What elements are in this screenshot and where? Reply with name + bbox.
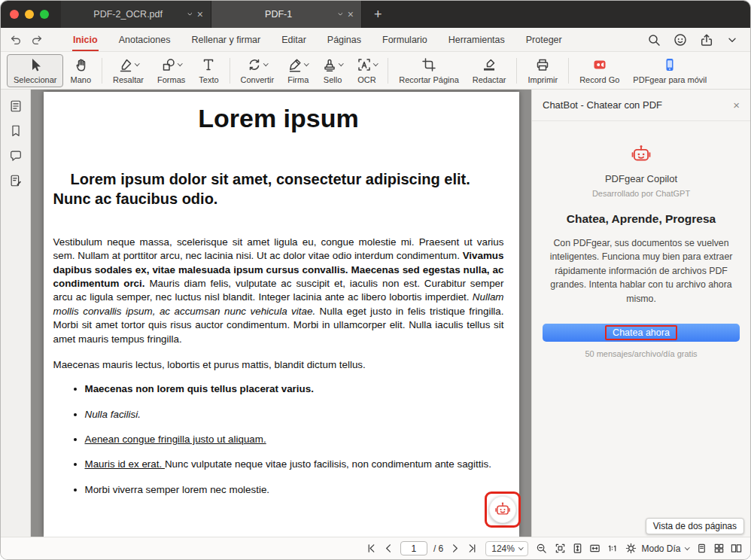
crop-icon — [421, 57, 436, 72]
tool-convertir[interactable]: Convertir — [234, 54, 281, 87]
page-thumbnails-icon[interactable] — [9, 99, 23, 113]
chat-now-button[interactable]: Chatea ahora — [543, 324, 740, 342]
chevron-down-icon[interactable] — [339, 61, 343, 65]
tool-seleccionar[interactable]: Seleccionar — [7, 54, 63, 87]
chevron-down-icon[interactable] — [305, 61, 309, 65]
tool-formas[interactable]: Formas — [151, 54, 192, 87]
share-icon[interactable] — [700, 33, 713, 47]
chevron-down-icon[interactable] — [338, 11, 342, 15]
document-tab-pdf1[interactable]: PDF-1 × — [211, 1, 362, 28]
zoom-icon[interactable] — [536, 543, 547, 554]
chevron-down-icon[interactable] — [726, 34, 738, 46]
redact-icon — [482, 57, 497, 72]
document-paragraph: Maecenas mauris lectus, lobortis et puru… — [53, 358, 504, 372]
ribbon-right-actions — [647, 33, 741, 47]
close-panel-icon[interactable]: × — [733, 99, 740, 111]
ribbon-tab-editar[interactable]: Editar — [271, 28, 317, 51]
previous-page-icon[interactable] — [383, 543, 394, 554]
page-number-input[interactable] — [400, 541, 427, 555]
chevron-down-icon[interactable] — [135, 61, 139, 65]
hand-icon — [73, 57, 88, 72]
first-page-icon[interactable] — [366, 543, 377, 554]
window-controls — [1, 1, 61, 28]
view-mode-dropdown[interactable]: Modo Día — [625, 543, 689, 554]
cursor-icon — [28, 57, 43, 72]
ribbon-tab-formulario[interactable]: Formulario — [372, 28, 438, 51]
chevron-down-icon[interactable] — [263, 61, 268, 65]
text-icon — [201, 57, 216, 72]
zoom-dropdown[interactable]: 124% — [485, 541, 528, 556]
ribbon-tab-paginas[interactable]: Páginas — [317, 28, 372, 51]
close-tab-icon[interactable]: × — [348, 9, 354, 20]
chevron-down-icon — [518, 545, 523, 549]
chatbot-floating-button[interactable] — [489, 496, 516, 523]
tool-mano[interactable]: Mano — [63, 54, 98, 87]
ribbon-tab-proteger[interactable]: Proteger — [515, 28, 573, 51]
tool-redactar[interactable]: Redactar — [466, 54, 513, 87]
next-page-icon[interactable] — [449, 543, 461, 554]
zoom-level-label: 124% — [491, 543, 515, 554]
status-bar: / 6 124% Modo Día — [1, 537, 750, 559]
annotation-highlight-box — [485, 492, 521, 528]
document-tab-label: PDF-1 — [223, 9, 333, 20]
highlighter-icon — [118, 57, 133, 72]
panel-description: Con PDFgear, sus documentos se vuelven i… — [542, 236, 740, 306]
new-tab-button[interactable]: + — [362, 1, 394, 28]
close-tab-icon[interactable]: × — [197, 9, 203, 20]
tool-ocr[interactable]: OCR — [350, 54, 385, 87]
bookmark-icon[interactable] — [9, 124, 23, 138]
document-viewport[interactable]: Lorem ipsum Lorem ipsum dolor sit amet, … — [31, 90, 531, 537]
annotations-icon[interactable] — [9, 174, 23, 187]
tool-texto[interactable]: Texto — [192, 54, 225, 87]
tool-pdfgear-movil[interactable]: PDFgear para móvil — [626, 54, 713, 87]
redo-icon[interactable] — [31, 34, 43, 46]
fit-height-icon[interactable] — [572, 543, 583, 554]
bullet-text-underline: Mauris id ex erat. — [85, 458, 165, 470]
search-icon[interactable] — [647, 33, 661, 47]
tool-firma[interactable]: Firma — [281, 54, 315, 87]
ribbon-tab-inicio[interactable]: Inicio — [62, 28, 108, 51]
ribbon-bar: Inicio Anotaciones Rellenar y firmar Edi… — [1, 28, 750, 52]
shapes-icon — [161, 57, 176, 72]
tool-imprimir[interactable]: Imprimir — [521, 54, 564, 87]
ribbon-tab-rellenar-y-firmar[interactable]: Rellenar y firmar — [181, 28, 271, 51]
single-page-view-icon[interactable] — [696, 543, 707, 554]
page-layout-controls — [696, 543, 742, 554]
grid-view-icon[interactable] — [713, 543, 725, 554]
ribbon-tab-anotaciones[interactable]: Anotaciones — [108, 28, 181, 51]
bullet-item: Morbi viverra semper lorem nec molestie. — [85, 483, 504, 497]
chevron-down-icon[interactable] — [178, 61, 182, 65]
close-window-button[interactable] — [10, 10, 19, 19]
tool-sello[interactable]: Sello — [315, 54, 350, 87]
tool-record-go[interactable]: Record Go — [573, 54, 626, 87]
fit-controls — [555, 543, 618, 554]
feedback-icon[interactable] — [673, 33, 687, 47]
tool-resaltar[interactable]: Resaltar — [106, 54, 151, 87]
toolbar-separator — [230, 58, 230, 84]
document-tab-pdf2[interactable]: PDF-2_OCR.pdf × — [61, 1, 211, 28]
chatbot-panel-header: ChatBot - Chatear con PDF × — [532, 90, 750, 121]
minimize-window-button[interactable] — [25, 10, 34, 19]
undo-icon[interactable] — [10, 34, 22, 46]
copilot-name: PDFgear Copilot — [542, 173, 740, 184]
toolbar-separator — [102, 58, 102, 84]
tooltip: Vista de dos páginas — [646, 518, 744, 534]
main-area: Lorem ipsum Lorem ipsum dolor sit amet, … — [1, 90, 750, 537]
chevron-down-icon[interactable] — [187, 11, 192, 15]
last-page-icon[interactable] — [467, 543, 478, 554]
toolbar-separator — [568, 58, 569, 84]
quota-note: 50 mensajes/archivo/día gratis — [542, 349, 740, 358]
bullet-item: Mauris id ex erat. Nunc vulputate neque … — [85, 458, 504, 471]
fit-screen-icon[interactable] — [555, 543, 566, 554]
fit-width-icon[interactable] — [589, 543, 600, 554]
page-navigation: / 6 — [366, 541, 478, 555]
two-page-view-icon[interactable] — [731, 543, 742, 554]
fullscreen-window-button[interactable] — [40, 10, 49, 19]
document-tab-label: PDF-2_OCR.pdf — [73, 9, 183, 20]
actual-size-icon[interactable] — [607, 543, 618, 554]
tool-recortar-pagina[interactable]: Recortar Página — [392, 54, 466, 87]
bullet-text-italic: Nulla facilisi. — [85, 409, 141, 420]
chevron-down-icon[interactable] — [373, 61, 378, 65]
comments-icon[interactable] — [9, 149, 23, 163]
ribbon-tab-herramientas[interactable]: Herramientas — [438, 28, 515, 51]
